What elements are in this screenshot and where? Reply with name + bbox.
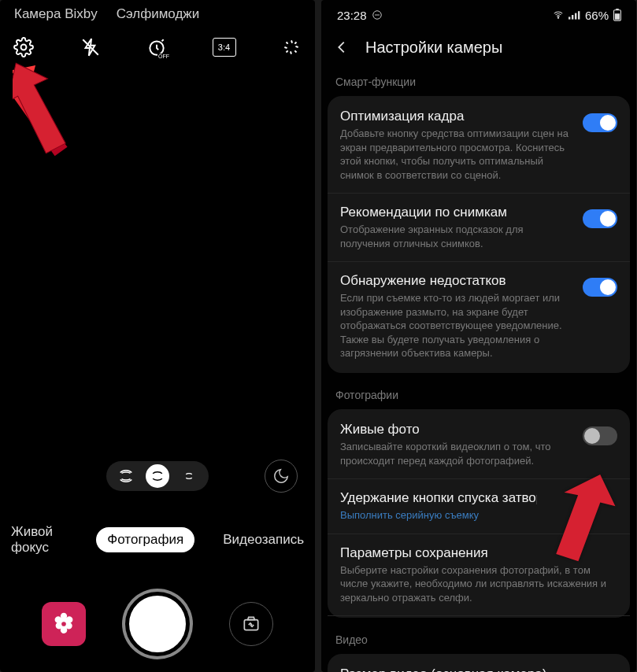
setting-flaw-detection[interactable]: Обнаружение недостатков Если при съемке …	[328, 262, 630, 371]
svg-rect-16	[615, 13, 620, 20]
flaw-detection-title: Обнаружение недостатков	[340, 273, 573, 289]
motion-photo-desc: Записывайте короткий видеоклип о том, чт…	[340, 440, 573, 467]
scene-optimizer-toggle[interactable]	[583, 113, 617, 132]
section-photos: Фотографии	[321, 384, 636, 409]
battery-percent: 66%	[585, 9, 609, 22]
aspect-ratio-icon[interactable]: 3:4	[213, 38, 236, 57]
timer-status: OFF	[157, 54, 170, 59]
battery-icon	[613, 9, 622, 21]
setting-scene-optimizer[interactable]: Оптимизация кадра Добавьте кнопку средст…	[328, 98, 630, 194]
mode-photo[interactable]: Фотография	[96, 527, 194, 552]
camera-top-labels: Камера Bixby Сэлфимоджи	[0, 0, 315, 25]
svg-point-5	[61, 622, 66, 626]
page-title: Настройки камеры	[365, 39, 502, 57]
save-options-desc: Выберите настройки сохранения фотографий…	[340, 563, 617, 605]
section-smart-functions: Смарт-функции	[321, 71, 636, 96]
svg-rect-10	[568, 17, 570, 19]
svg-point-9	[557, 17, 558, 18]
photos-card: Живые фото Записывайте короткий видеокли…	[328, 409, 630, 618]
save-options-title: Параметры сохранения	[340, 545, 617, 561]
svg-rect-12	[575, 13, 576, 20]
wifi-icon	[552, 9, 565, 20]
gallery-thumbnail[interactable]	[42, 602, 86, 646]
flaw-detection-toggle[interactable]	[583, 278, 617, 297]
back-button[interactable]	[332, 38, 351, 57]
hold-shutter-desc: Выполнить серийную съемку	[340, 508, 617, 522]
shot-suggestions-desc: Отображение экранных подсказок для получ…	[340, 223, 573, 250]
camera-settings-screen: 23:28 66% Настройки камеры Смарт-функции…	[321, 0, 636, 672]
rear-video-size-title: Размер видео (основная камера)	[340, 666, 617, 672]
tele-lens-button[interactable]	[177, 464, 201, 488]
svg-rect-15	[616, 9, 619, 10]
setting-hold-shutter[interactable]: Удержание кнопки спуска затвора Выполнит…	[328, 479, 630, 534]
wide-lens-button[interactable]	[146, 464, 169, 488]
timer-off-icon[interactable]: OFF	[146, 36, 168, 58]
effects-icon[interactable]	[280, 36, 302, 58]
dnd-icon	[372, 9, 383, 20]
camera-mode-selector[interactable]: Живой фокус Фотография Видеозапись	[0, 519, 315, 560]
camera-bottom-controls	[0, 592, 315, 656]
svg-rect-11	[572, 15, 573, 20]
setting-motion-photo[interactable]: Живые фото Записывайте короткий видеокли…	[328, 411, 630, 479]
smart-functions-card: Оптимизация кадра Добавьте кнопку средст…	[328, 96, 630, 373]
ar-emoji-label[interactable]: Сэлфимоджи	[117, 6, 200, 22]
camera-viewfinder[interactable]	[0, 69, 315, 447]
setting-save-options[interactable]: Параметры сохранения Выберите настройки …	[328, 534, 630, 617]
bixby-vision-label[interactable]: Камера Bixby	[14, 6, 98, 22]
section-video: Видео	[321, 629, 636, 654]
gear-icon[interactable]	[13, 36, 35, 58]
hold-shutter-title: Удержание кнопки спуска затвора	[340, 490, 537, 506]
setting-shot-suggestions[interactable]: Рекомендации по снимкам Отображение экра…	[328, 194, 630, 262]
signal-icon	[568, 9, 581, 20]
scene-optimizer-desc: Добавьте кнопку средства оптимизации сце…	[340, 127, 573, 182]
ultrawide-lens-button[interactable]	[114, 464, 138, 488]
motion-photo-title: Живые фото	[340, 422, 573, 438]
mode-live-focus[interactable]: Живой фокус	[0, 519, 79, 560]
setting-rear-video-size[interactable]: Размер видео (основная камера) 16:9 FHD …	[328, 655, 630, 672]
zoom-controls	[0, 442, 315, 491]
aspect-ratio-label: 3:4	[218, 42, 230, 52]
settings-header: Настройки камеры	[321, 25, 636, 71]
camera-app-screen: Камера Bixby Сэлфимоджи OFF 3:4	[0, 0, 315, 672]
shot-suggestions-title: Рекомендации по снимкам	[340, 205, 573, 220]
status-bar: 23:28 66%	[321, 0, 636, 25]
night-mode-button[interactable]	[265, 460, 298, 493]
status-time: 23:28	[337, 9, 367, 22]
svg-rect-13	[578, 11, 580, 19]
mode-video[interactable]: Видеозапись	[212, 527, 315, 552]
zoom-lens-group	[106, 461, 209, 491]
svg-point-0	[21, 45, 27, 50]
camera-top-toolbar: OFF 3:4	[0, 25, 315, 69]
flaw-detection-desc: Если при съемке кто-то из людей моргает …	[340, 291, 573, 360]
video-card: Размер видео (основная камера) 16:9 FHD …	[328, 654, 630, 672]
shot-suggestions-toggle[interactable]	[583, 209, 617, 228]
shutter-button[interactable]	[125, 592, 190, 656]
motion-photo-toggle[interactable]	[583, 426, 617, 445]
flash-off-icon[interactable]	[80, 36, 102, 58]
switch-camera-button[interactable]	[229, 602, 273, 646]
scene-optimizer-title: Оптимизация кадра	[340, 109, 573, 124]
